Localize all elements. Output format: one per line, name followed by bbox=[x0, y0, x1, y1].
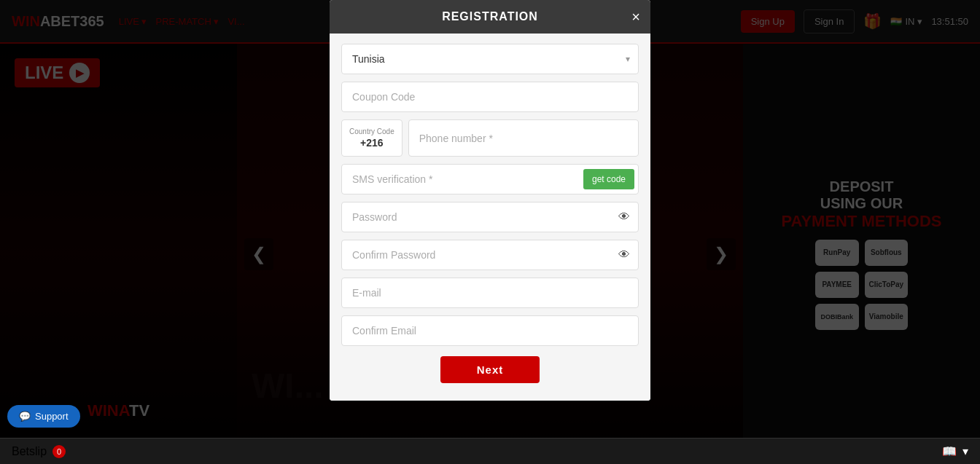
betslip-chevron-icon[interactable]: ▾ bbox=[962, 444, 968, 458]
modal-body: Tunisia ▾ Country Code +216 get bbox=[330, 34, 650, 401]
password-group: 👁 bbox=[341, 202, 639, 232]
email-input[interactable] bbox=[341, 278, 639, 308]
country-code-box: Country Code +216 bbox=[341, 119, 402, 157]
confirm-password-eye-icon[interactable]: 👁 bbox=[618, 248, 630, 262]
betslip-label: Betslip bbox=[12, 445, 47, 458]
support-label: Support bbox=[35, 411, 69, 422]
betslip-count: 0 bbox=[52, 445, 66, 458]
phone-group: Country Code +216 bbox=[341, 119, 639, 157]
modal-close-button[interactable]: × bbox=[631, 9, 640, 24]
betslip-book-icon[interactable]: 📖 bbox=[942, 444, 957, 458]
support-button[interactable]: 💬 Support bbox=[7, 405, 80, 428]
modal-title: REGISTRATION bbox=[442, 10, 538, 23]
password-eye-icon[interactable]: 👁 bbox=[618, 211, 630, 224]
email-group bbox=[341, 278, 639, 308]
next-button[interactable]: Next bbox=[440, 356, 540, 383]
country-field-group: Tunisia ▾ bbox=[341, 44, 639, 74]
coupon-code-input[interactable] bbox=[341, 82, 639, 112]
support-chat-icon: 💬 bbox=[19, 411, 31, 422]
next-button-wrapper: Next bbox=[341, 356, 639, 383]
confirm-email-input[interactable] bbox=[341, 315, 639, 346]
betslip-bar: Betslip 0 📖 ▾ bbox=[0, 438, 980, 464]
sms-group: get code bbox=[341, 164, 639, 194]
confirm-password-input[interactable] bbox=[341, 240, 639, 270]
password-input[interactable] bbox=[341, 202, 639, 232]
country-code-value: +216 bbox=[349, 137, 394, 149]
modal-header: REGISTRATION × bbox=[330, 0, 650, 34]
confirm-email-group bbox=[341, 315, 639, 346]
modal-overlay: REGISTRATION × Tunisia ▾ Country Cod bbox=[0, 0, 980, 464]
phone-input[interactable] bbox=[408, 119, 639, 157]
coupon-code-group bbox=[341, 82, 639, 112]
country-select[interactable]: Tunisia bbox=[341, 44, 639, 74]
registration-modal: REGISTRATION × Tunisia ▾ Country Cod bbox=[330, 0, 650, 401]
country-code-label: Country Code bbox=[349, 127, 394, 135]
country-select-wrapper: Tunisia ▾ bbox=[341, 44, 639, 74]
get-code-button[interactable]: get code bbox=[583, 169, 634, 189]
confirm-password-group: 👁 bbox=[341, 240, 639, 270]
